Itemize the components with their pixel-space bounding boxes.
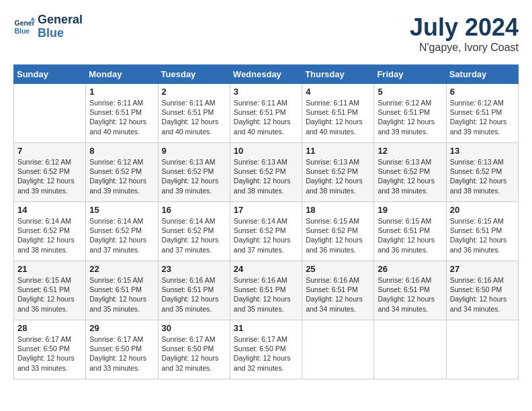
day-number: 24 xyxy=(234,264,298,274)
calendar-cell: 7Sunrise: 6:12 AM Sunset: 6:52 PM Daylig… xyxy=(14,143,86,202)
weekday-header: Friday xyxy=(374,65,446,84)
svg-text:Blue: Blue xyxy=(15,27,30,34)
calendar-cell: 13Sunrise: 6:13 AM Sunset: 6:52 PM Dayli… xyxy=(446,143,518,202)
weekday-header: Tuesday xyxy=(158,65,230,84)
day-info: Sunrise: 6:12 AM Sunset: 6:51 PM Dayligh… xyxy=(450,98,515,136)
day-number: 23 xyxy=(162,264,226,274)
day-info: Sunrise: 6:16 AM Sunset: 6:51 PM Dayligh… xyxy=(162,275,226,314)
day-number: 13 xyxy=(450,146,515,156)
title-block: July 2024 N'gapye, Ivory Coast xyxy=(410,13,519,54)
calendar-cell: 26Sunrise: 6:16 AM Sunset: 6:51 PM Dayli… xyxy=(374,261,446,320)
day-number: 31 xyxy=(234,323,298,333)
day-info: Sunrise: 6:16 AM Sunset: 6:51 PM Dayligh… xyxy=(378,275,442,314)
day-info: Sunrise: 6:15 AM Sunset: 6:51 PM Dayligh… xyxy=(450,216,515,255)
day-number: 27 xyxy=(450,264,515,274)
weekday-header: Thursday xyxy=(302,65,374,84)
day-info: Sunrise: 6:12 AM Sunset: 6:51 PM Dayligh… xyxy=(378,98,442,136)
day-info: Sunrise: 6:13 AM Sunset: 6:52 PM Dayligh… xyxy=(162,157,226,195)
calendar-cell xyxy=(374,320,446,379)
calendar-cell: 27Sunrise: 6:16 AM Sunset: 6:50 PM Dayli… xyxy=(446,261,518,320)
svg-text:General: General xyxy=(15,19,35,27)
day-number: 19 xyxy=(378,205,442,215)
day-info: Sunrise: 6:14 AM Sunset: 6:52 PM Dayligh… xyxy=(89,216,154,255)
day-number: 9 xyxy=(162,146,226,156)
calendar-cell: 21Sunrise: 6:15 AM Sunset: 6:51 PM Dayli… xyxy=(14,261,86,320)
calendar-cell: 3Sunrise: 6:11 AM Sunset: 6:51 PM Daylig… xyxy=(230,84,302,143)
day-info: Sunrise: 6:13 AM Sunset: 6:52 PM Dayligh… xyxy=(234,157,298,195)
calendar-cell: 8Sunrise: 6:12 AM Sunset: 6:52 PM Daylig… xyxy=(86,143,158,202)
day-number: 11 xyxy=(306,146,370,156)
day-info: Sunrise: 6:16 AM Sunset: 6:50 PM Dayligh… xyxy=(450,275,515,314)
calendar-cell: 30Sunrise: 6:17 AM Sunset: 6:50 PM Dayli… xyxy=(158,320,230,379)
calendar-cell: 1Sunrise: 6:11 AM Sunset: 6:51 PM Daylig… xyxy=(86,84,158,143)
day-info: Sunrise: 6:15 AM Sunset: 6:51 PM Dayligh… xyxy=(17,275,82,314)
calendar-cell: 6Sunrise: 6:12 AM Sunset: 6:51 PM Daylig… xyxy=(446,84,518,143)
calendar-cell: 2Sunrise: 6:11 AM Sunset: 6:51 PM Daylig… xyxy=(158,84,230,143)
calendar-cell xyxy=(302,320,374,379)
day-number: 22 xyxy=(89,264,154,274)
day-info: Sunrise: 6:13 AM Sunset: 6:52 PM Dayligh… xyxy=(378,157,442,195)
calendar-cell: 5Sunrise: 6:12 AM Sunset: 6:51 PM Daylig… xyxy=(374,84,446,143)
month-title: July 2024 xyxy=(410,13,519,42)
day-number: 8 xyxy=(89,146,154,156)
calendar-cell: 19Sunrise: 6:15 AM Sunset: 6:51 PM Dayli… xyxy=(374,202,446,261)
day-info: Sunrise: 6:17 AM Sunset: 6:50 PM Dayligh… xyxy=(17,334,82,373)
day-info: Sunrise: 6:12 AM Sunset: 6:52 PM Dayligh… xyxy=(17,157,82,195)
day-number: 7 xyxy=(17,146,82,156)
calendar-cell: 20Sunrise: 6:15 AM Sunset: 6:51 PM Dayli… xyxy=(446,202,518,261)
weekday-header: Monday xyxy=(86,65,158,84)
day-info: Sunrise: 6:17 AM Sunset: 6:50 PM Dayligh… xyxy=(89,334,154,373)
day-info: Sunrise: 6:17 AM Sunset: 6:50 PM Dayligh… xyxy=(234,334,298,373)
day-info: Sunrise: 6:15 AM Sunset: 6:51 PM Dayligh… xyxy=(378,216,442,255)
calendar-cell: 28Sunrise: 6:17 AM Sunset: 6:50 PM Dayli… xyxy=(14,320,86,379)
calendar-cell: 17Sunrise: 6:14 AM Sunset: 6:52 PM Dayli… xyxy=(230,202,302,261)
day-number: 3 xyxy=(234,87,298,97)
day-info: Sunrise: 6:11 AM Sunset: 6:51 PM Dayligh… xyxy=(234,98,298,136)
logo-text: General Blue xyxy=(38,13,83,40)
calendar-cell: 25Sunrise: 6:16 AM Sunset: 6:51 PM Dayli… xyxy=(302,261,374,320)
day-number: 12 xyxy=(378,146,442,156)
logo: General Blue General Blue xyxy=(13,13,83,40)
day-number: 28 xyxy=(17,323,82,333)
calendar-cell xyxy=(446,320,518,379)
day-number: 20 xyxy=(450,205,515,215)
svg-marker-3 xyxy=(31,17,35,20)
day-info: Sunrise: 6:16 AM Sunset: 6:51 PM Dayligh… xyxy=(306,275,370,314)
calendar-cell: 31Sunrise: 6:17 AM Sunset: 6:50 PM Dayli… xyxy=(230,320,302,379)
day-number: 29 xyxy=(89,323,154,333)
location-title: N'gapye, Ivory Coast xyxy=(410,42,519,54)
calendar-cell: 4Sunrise: 6:11 AM Sunset: 6:51 PM Daylig… xyxy=(302,84,374,143)
calendar-header: SundayMondayTuesdayWednesdayThursdayFrid… xyxy=(14,65,519,84)
day-number: 30 xyxy=(162,323,226,333)
day-info: Sunrise: 6:13 AM Sunset: 6:52 PM Dayligh… xyxy=(306,157,370,195)
page-header: General Blue General Blue July 2024 N'ga… xyxy=(13,13,519,54)
day-number: 10 xyxy=(234,146,298,156)
day-info: Sunrise: 6:15 AM Sunset: 6:52 PM Dayligh… xyxy=(306,216,370,255)
calendar-cell: 22Sunrise: 6:15 AM Sunset: 6:51 PM Dayli… xyxy=(86,261,158,320)
day-info: Sunrise: 6:16 AM Sunset: 6:51 PM Dayligh… xyxy=(234,275,298,314)
calendar-cell: 11Sunrise: 6:13 AM Sunset: 6:52 PM Dayli… xyxy=(302,143,374,202)
day-info: Sunrise: 6:12 AM Sunset: 6:52 PM Dayligh… xyxy=(89,157,154,195)
day-number: 16 xyxy=(162,205,226,215)
day-number: 17 xyxy=(234,205,298,215)
day-number: 15 xyxy=(89,205,154,215)
day-info: Sunrise: 6:11 AM Sunset: 6:51 PM Dayligh… xyxy=(306,98,370,136)
day-number: 21 xyxy=(17,264,82,274)
day-number: 2 xyxy=(162,87,226,97)
weekday-header: Sunday xyxy=(14,65,86,84)
day-number: 26 xyxy=(378,264,442,274)
calendar-cell: 12Sunrise: 6:13 AM Sunset: 6:52 PM Dayli… xyxy=(374,143,446,202)
day-number: 25 xyxy=(306,264,370,274)
calendar-cell: 15Sunrise: 6:14 AM Sunset: 6:52 PM Dayli… xyxy=(86,202,158,261)
day-info: Sunrise: 6:13 AM Sunset: 6:52 PM Dayligh… xyxy=(450,157,515,195)
day-info: Sunrise: 6:11 AM Sunset: 6:51 PM Dayligh… xyxy=(162,98,226,136)
calendar-cell: 29Sunrise: 6:17 AM Sunset: 6:50 PM Dayli… xyxy=(86,320,158,379)
calendar-cell: 9Sunrise: 6:13 AM Sunset: 6:52 PM Daylig… xyxy=(158,143,230,202)
day-info: Sunrise: 6:17 AM Sunset: 6:50 PM Dayligh… xyxy=(162,334,226,373)
day-number: 4 xyxy=(306,87,370,97)
day-number: 1 xyxy=(89,87,154,97)
calendar-cell: 18Sunrise: 6:15 AM Sunset: 6:52 PM Dayli… xyxy=(302,202,374,261)
calendar-cell: 24Sunrise: 6:16 AM Sunset: 6:51 PM Dayli… xyxy=(230,261,302,320)
day-info: Sunrise: 6:11 AM Sunset: 6:51 PM Dayligh… xyxy=(89,98,154,136)
day-number: 5 xyxy=(378,87,442,97)
